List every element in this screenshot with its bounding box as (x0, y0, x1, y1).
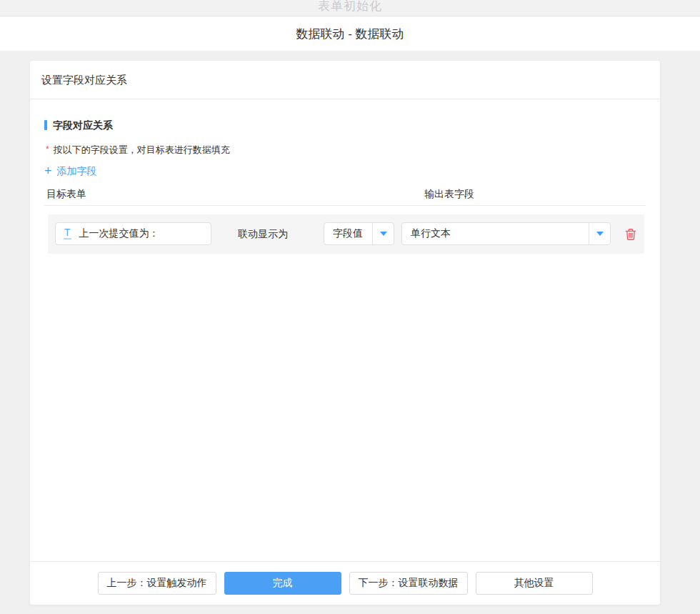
relation-label: 联动显示为 (238, 214, 288, 254)
value-type-select[interactable]: 字段值 (324, 222, 394, 245)
add-field-label: 添加字段 (57, 164, 97, 178)
accent-bar (44, 120, 47, 130)
section-hint: *按以下的字段设置，对目标表进行数据填充 (44, 144, 646, 155)
panel-header: 设置字段对应关系 (30, 61, 660, 99)
hint-text: 按以下的字段设置，对目标表进行数据填充 (54, 144, 230, 155)
chevron-down-icon (380, 232, 387, 236)
output-field-selected: 单行文本 (402, 227, 589, 240)
finish-button[interactable]: 完成 (224, 572, 341, 595)
section-title: 字段对应关系 (53, 118, 113, 132)
section-title-row: 字段对应关系 (44, 118, 646, 132)
plus-icon: + (44, 165, 52, 177)
output-field-select[interactable]: 单行文本 (401, 222, 611, 245)
value-type-selected: 字段值 (324, 227, 372, 240)
chevron-down-icon (596, 232, 604, 236)
dropdown-arrow-section[interactable] (589, 223, 610, 244)
background-page-header: 表单初始化 (0, 0, 700, 16)
field-mapping-panel: 设置字段对应关系 字段对应关系 *按以下的字段设置，对目标表进行数据填充 + 添… (30, 61, 660, 605)
column-header-output-field: 输出表字段 (424, 188, 474, 201)
text-field-type-icon: T (64, 228, 71, 239)
background-page-title: 表单初始化 (318, 0, 382, 14)
target-field-input[interactable]: T 上一次提交值为： (55, 222, 211, 245)
trash-icon (625, 228, 636, 241)
dialog-title-bar: 数据联动 - 数据联动 (0, 16, 700, 51)
other-settings-button[interactable]: 其他设置 (476, 572, 593, 595)
prev-step-button[interactable]: 上一步：设置触发动作 (98, 572, 216, 595)
panel-body: 字段对应关系 *按以下的字段设置，对目标表进行数据填充 + 添加字段 目标表单 … (30, 99, 660, 254)
add-field-button[interactable]: + 添加字段 (44, 164, 97, 178)
target-field-label: 上一次提交值为： (79, 227, 159, 240)
table-column-headers: 目标表单 输出表字段 (44, 188, 646, 206)
required-mark: * (46, 144, 49, 154)
table-row: T 上一次提交值为： 联动显示为 字段值 单行文本 (48, 214, 644, 254)
panel-footer: 上一步：设置触发动作 完成 下一步：设置联动数据 其他设置 (30, 561, 660, 605)
next-step-button[interactable]: 下一步：设置联动数据 (349, 572, 468, 595)
dropdown-arrow-section[interactable] (372, 223, 394, 244)
delete-row-button[interactable] (624, 227, 638, 242)
dialog-title: 数据联动 - 数据联动 (296, 26, 404, 42)
column-header-target-form: 目标表单 (46, 188, 86, 201)
